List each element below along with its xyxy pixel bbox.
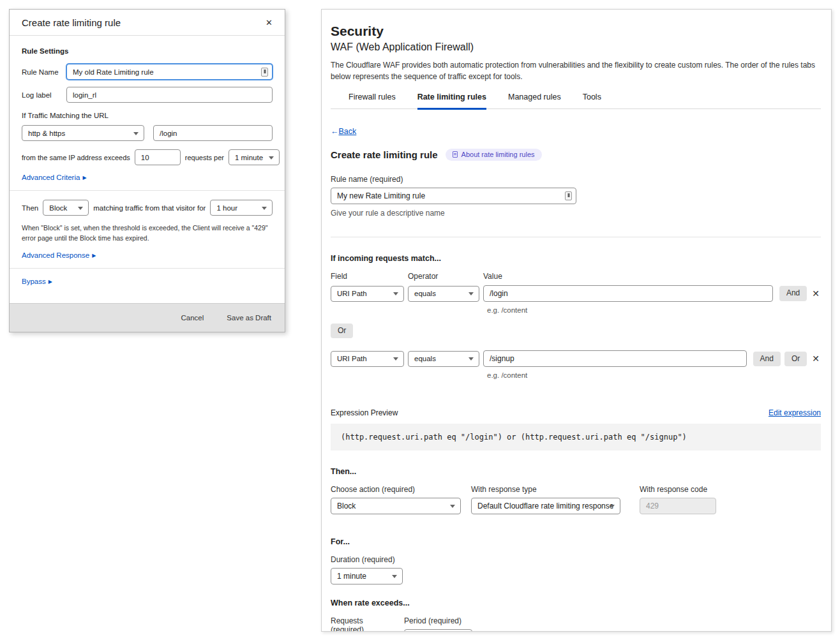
then-row: Then Block matching traffic from that vi… (22, 200, 273, 216)
waf-tabs: Firewall rules Rate limiting rules Manag… (331, 93, 821, 109)
rule-name-label: Rule Name (22, 68, 66, 76)
bypass-link[interactable]: Bypass▶ (22, 278, 52, 285)
or-button[interactable]: Or (331, 324, 353, 338)
about-rate-limiting-badge[interactable]: About rate limiting rules (446, 149, 542, 161)
dialog-title: Create rate limiting rule (22, 17, 121, 28)
condition-row-2: URI Path equals And Or ✕ (331, 350, 821, 367)
security-waf-panel: Security WAF (Web Application Firewall) … (321, 9, 832, 632)
action-select[interactable]: Block (43, 200, 89, 216)
requests-count-input[interactable] (135, 149, 181, 165)
value-helper: e.g. /content (487, 371, 821, 379)
log-label-row: Log label (22, 87, 273, 103)
autofill-icon[interactable] (261, 68, 268, 77)
form-title: Create rate limiting rule (331, 149, 438, 160)
rule-name-input[interactable] (66, 64, 273, 80)
response-type-select[interactable]: Default Cloudflare rate limiting respons… (471, 498, 620, 514)
operator-select[interactable]: equals (408, 351, 479, 367)
autofill-icon[interactable] (565, 191, 572, 200)
remove-condition-icon[interactable]: ✕ (811, 288, 821, 299)
duration-select[interactable]: 1 minute (331, 568, 403, 584)
operator-select[interactable]: equals (408, 286, 479, 302)
field-select[interactable]: URI Path (331, 286, 404, 302)
threshold-row: from the same IP address exceeds request… (22, 149, 273, 165)
url-input[interactable] (153, 125, 273, 141)
page-description: The Cloudflare WAF provides both automat… (331, 59, 826, 82)
remove-condition-icon[interactable]: ✕ (811, 353, 821, 364)
divider (10, 190, 285, 191)
save-as-draft-button[interactable]: Save as Draft (227, 314, 271, 322)
advanced-response-link[interactable]: Advanced Response▶ (22, 251, 96, 259)
value-helper: e.g. /content (487, 306, 821, 314)
period-select[interactable]: 1 minute (229, 149, 280, 165)
choose-action-label: Choose action (required) (331, 485, 461, 494)
back-arrow-icon: ← (331, 127, 339, 136)
then-heading: Then... (331, 467, 821, 476)
chevron-right-icon: ▶ (92, 253, 96, 258)
scheme-url-row: http & https (22, 125, 273, 141)
requests-label: Requests (required) (331, 616, 396, 632)
tab-rate-limiting-rules[interactable]: Rate limiting rules (417, 93, 486, 110)
rule-settings-heading: Rule Settings (22, 47, 273, 55)
edit-expression-link[interactable]: Edit expression (769, 408, 821, 417)
and-button[interactable]: And (753, 352, 781, 366)
tab-tools[interactable]: Tools (583, 93, 601, 110)
back-link[interactable]: ←Back (331, 127, 356, 136)
advanced-criteria-link[interactable]: Advanced Criteria▶ (22, 174, 87, 181)
close-icon[interactable]: ✕ (266, 18, 273, 27)
log-label-label: Log label (22, 91, 66, 99)
chevron-right-icon: ▶ (82, 175, 86, 181)
traffic-matching-heading: If Traffic Matching the URL (22, 112, 273, 119)
block-help-text: When "Block" is set, when the threshold … (22, 223, 273, 244)
response-code-label: With response code (640, 485, 716, 494)
response-type-label: With response type (471, 485, 620, 494)
page-title: Security (331, 24, 821, 39)
dialog-footer: Cancel Save as Draft (10, 303, 285, 332)
matching-label: matching traffic from that visitor for (93, 204, 206, 212)
period-select[interactable]: 1 minute (404, 629, 472, 632)
log-label-input[interactable] (66, 87, 273, 103)
duration-label: Duration (required) (331, 555, 821, 564)
expression-preview-label: Expression Preview (331, 408, 398, 417)
field-select[interactable]: URI Path (331, 351, 404, 367)
incoming-requests-heading: If incoming requests match... (331, 254, 821, 263)
scheme-select[interactable]: http & https (22, 125, 144, 141)
rule-name-label: Rule name (required) (331, 175, 821, 184)
doc-icon (453, 151, 458, 158)
requests-per-label: requests per (185, 154, 224, 161)
dialog-body: Rule Settings Rule Name Log label If Tra… (10, 36, 285, 297)
page-subtitle: WAF (Web Application Firewall) (331, 41, 821, 53)
create-rate-limiting-rule-dialog: Create rate limiting rule ✕ Rule Setting… (9, 9, 285, 332)
then-label: Then (22, 204, 38, 212)
cancel-button[interactable]: Cancel (181, 314, 204, 322)
rate-exceeds-heading: When rate exceeds... (331, 599, 821, 607)
divider (10, 268, 285, 269)
condition-row-1: URI Path equals And ✕ (331, 285, 821, 302)
action-select[interactable]: Block (331, 498, 461, 514)
response-code-input (640, 498, 716, 514)
for-heading: For... (331, 537, 821, 546)
period-label: Period (required) (404, 616, 472, 625)
block-duration-select[interactable]: 1 hour (210, 200, 273, 216)
field-label: Field (331, 272, 408, 281)
expression-preview: (http.request.uri.path eq "/login") or (… (331, 424, 821, 450)
value-input[interactable] (483, 350, 747, 367)
value-input[interactable] (483, 285, 773, 302)
or-button[interactable]: Or (784, 352, 807, 366)
chevron-right-icon: ▶ (49, 279, 52, 285)
rule-name-row: Rule Name (22, 64, 273, 80)
condition-labels: Field Operator Value (331, 272, 821, 281)
value-label: Value (483, 272, 502, 281)
rule-name-input[interactable] (331, 188, 576, 204)
divider (331, 237, 821, 237)
rule-name-helper: Give your rule a descriptive name (331, 209, 821, 218)
tab-firewall-rules[interactable]: Firewall rules (349, 93, 396, 110)
operator-label: Operator (408, 272, 483, 281)
tab-managed-rules[interactable]: Managed rules (508, 93, 561, 110)
exceeds-label: from the same IP address exceeds (22, 154, 130, 161)
and-button[interactable]: And (779, 286, 807, 301)
dialog-header: Create rate limiting rule ✕ (10, 10, 285, 36)
